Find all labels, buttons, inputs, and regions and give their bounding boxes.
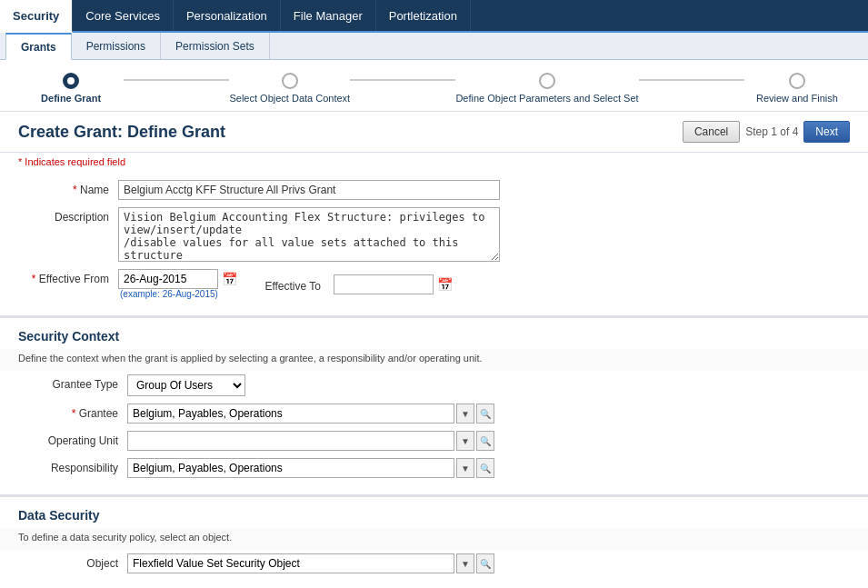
- security-context-description: Define the context when the grant is app…: [0, 349, 868, 371]
- wizard-step-3: Define Object Parameters and Select Set: [455, 73, 638, 104]
- responsibility-label: Responsibility: [18, 458, 127, 474]
- grantee-label: Grantee: [18, 404, 127, 420]
- data-security-section: Data Security To define a data security …: [0, 495, 868, 588]
- effective-dates: 📅 (example: 26-Aug-2015) Effective To 📅: [118, 269, 453, 299]
- grantee-row: Grantee ▼ 🔍: [18, 404, 850, 424]
- responsibility-sort-icon[interactable]: ▼: [456, 458, 474, 478]
- object-row: Object ▼ 🔍: [18, 553, 850, 573]
- responsibility-search-icon[interactable]: 🔍: [476, 458, 494, 478]
- description-label: Description: [18, 207, 118, 224]
- next-button[interactable]: Next: [803, 121, 850, 143]
- grantee-type-row: Grantee Type Group Of Users: [18, 374, 850, 396]
- required-note: * Indicates required field: [0, 153, 868, 171]
- wizard-label-2: Select Object Data Context: [229, 93, 350, 104]
- wizard-connector-1: [124, 79, 229, 81]
- effective-to-label: Effective To: [255, 276, 328, 293]
- grantee-type-select[interactable]: Group Of Users: [127, 374, 245, 396]
- wizard-step-2: Select Object Data Context: [229, 73, 350, 104]
- sub-tabs: Grants Permissions Permission Sets: [0, 33, 868, 60]
- nav-item-core-services[interactable]: Core Services: [73, 0, 174, 31]
- effective-from-calendar-icon[interactable]: 📅: [222, 272, 237, 286]
- grantee-search-icon[interactable]: 🔍: [476, 404, 494, 424]
- nav-item-portletization[interactable]: Portletization: [376, 0, 471, 31]
- cancel-button[interactable]: Cancel: [683, 121, 740, 143]
- data-security-form: Object ▼ 🔍: [0, 550, 868, 588]
- page-title: Create Grant: Define Grant: [18, 123, 225, 142]
- wizard-label-1: Define Grant: [41, 93, 101, 104]
- top-navigation: Security Core Services Personalization F…: [0, 0, 868, 33]
- name-row: Name: [18, 180, 850, 200]
- tab-permission-sets[interactable]: Permission Sets: [161, 33, 270, 59]
- effective-from-row: 📅: [118, 269, 237, 289]
- header-actions: Cancel Step 1 of 4 Next: [683, 121, 850, 143]
- nav-item-file-manager[interactable]: File Manager: [281, 0, 376, 31]
- operating-unit-row: Operating Unit ▼ 🔍: [18, 431, 850, 451]
- operating-unit-field-group: ▼ 🔍: [127, 431, 494, 451]
- operating-unit-label: Operating Unit: [18, 431, 127, 447]
- page-header: Create Grant: Define Grant Cancel Step 1…: [0, 112, 868, 153]
- description-textarea[interactable]: Vision Belgium Accounting Flex Structure…: [118, 207, 500, 262]
- wizard-circle-3: [539, 73, 555, 89]
- wizard-label-4: Review and Finish: [756, 93, 838, 104]
- responsibility-field-group: ▼ 🔍: [127, 458, 494, 478]
- grantee-type-label: Grantee Type: [18, 374, 127, 391]
- grantee-sort-icon[interactable]: ▼: [456, 404, 474, 424]
- nav-item-security[interactable]: Security: [0, 0, 73, 33]
- main-content: Define Grant Select Object Data Context …: [0, 60, 868, 588]
- data-security-description: To define a data security policy, select…: [0, 528, 868, 550]
- object-input[interactable]: [127, 553, 454, 573]
- wizard-connector-3: [639, 79, 744, 81]
- wizard-label-3: Define Object Parameters and Select Set: [455, 93, 638, 104]
- nav-item-personalization[interactable]: Personalization: [174, 0, 281, 31]
- object-label: Object: [18, 553, 127, 570]
- effective-to-row: 📅: [334, 274, 453, 294]
- object-field-group: ▼ 🔍: [127, 553, 494, 573]
- wizard-step-1: Define Grant: [18, 73, 124, 104]
- effective-from-label: Effective From: [18, 269, 118, 285]
- operating-unit-input[interactable]: [127, 431, 454, 451]
- responsibility-row: Responsibility ▼ 🔍: [18, 458, 850, 478]
- security-context-form: Grantee Type Group Of Users Grantee ▼ 🔍 …: [0, 371, 868, 494]
- effective-to-input[interactable]: [334, 274, 434, 294]
- name-label: Name: [18, 180, 118, 196]
- operating-unit-search-icon[interactable]: 🔍: [476, 431, 494, 451]
- tab-grants[interactable]: Grants: [5, 33, 72, 60]
- form-area: Name Description Vision Belgium Accounti…: [0, 171, 868, 315]
- effective-to-group: Effective To 📅: [255, 274, 453, 294]
- wizard-connector-2: [350, 79, 455, 81]
- security-context-heading: Security Context: [0, 316, 868, 349]
- object-sort-icon[interactable]: ▼: [456, 553, 474, 573]
- step-indicator: Step 1 of 4: [745, 125, 798, 138]
- wizard-circle-1: [63, 73, 79, 89]
- data-security-heading: Data Security: [0, 495, 868, 528]
- wizard-circle-4: [789, 73, 805, 89]
- tab-permissions[interactable]: Permissions: [72, 33, 161, 59]
- wizard-circle-2: [282, 73, 298, 89]
- wizard-steps: Define Grant Select Object Data Context …: [0, 60, 868, 112]
- effective-dates-row: Effective From 📅 (example: 26-Aug-2015) …: [18, 269, 850, 299]
- effective-from-group: 📅 (example: 26-Aug-2015): [118, 269, 237, 299]
- object-search-icon[interactable]: 🔍: [476, 553, 494, 573]
- grantee-input[interactable]: [127, 404, 454, 424]
- operating-unit-sort-icon[interactable]: ▼: [456, 431, 474, 451]
- responsibility-input[interactable]: [127, 458, 454, 478]
- name-input[interactable]: [118, 180, 500, 200]
- effective-from-input[interactable]: [118, 269, 218, 289]
- grantee-field-group: ▼ 🔍: [127, 404, 494, 424]
- effective-to-calendar-icon[interactable]: 📅: [437, 277, 453, 292]
- wizard-step-4: Review and Finish: [744, 73, 850, 104]
- effective-from-example: (example: 26-Aug-2015): [120, 289, 218, 299]
- description-row: Description Vision Belgium Accounting Fl…: [18, 207, 850, 262]
